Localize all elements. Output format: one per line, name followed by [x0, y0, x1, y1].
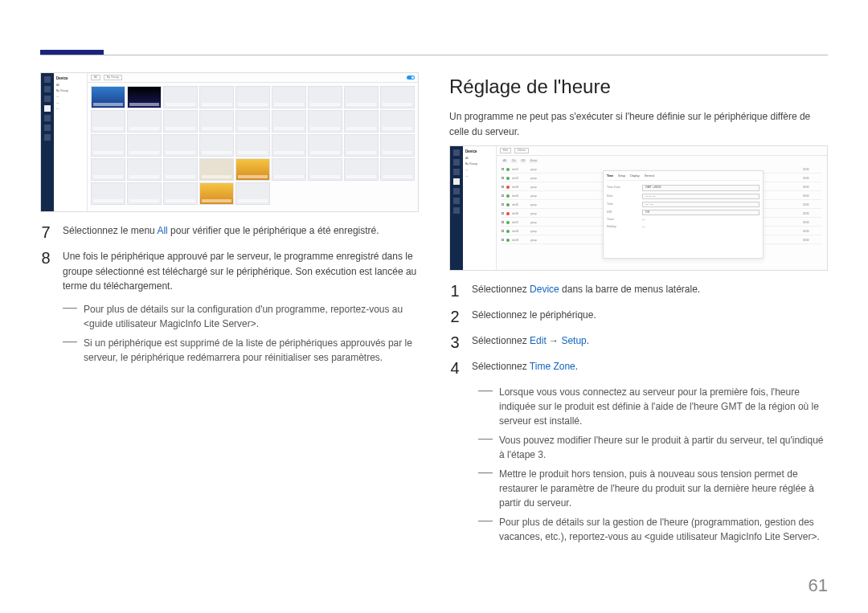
link-setup: Setup — [561, 335, 586, 346]
note-text: Pour plus de détails sur la configuratio… — [84, 302, 419, 331]
note: ― Pour plus de détails sur la gestion de… — [478, 515, 828, 544]
step-number: 7 — [40, 223, 51, 241]
note-text: Vous pouvez modifier l'heure sur le prod… — [499, 433, 828, 462]
mi-toolbar: EditDelete — [497, 146, 827, 156]
note: ― Vous pouvez modifier l'heure sur le pr… — [478, 433, 828, 462]
step-1: 1 Sélectionnez Device dans la barre de m… — [449, 282, 828, 300]
note-text: Lorsque vous vous connectez au serveur p… — [499, 385, 828, 428]
dash-icon: ― — [63, 302, 77, 331]
step-body: Sélectionnez le périphérique. — [472, 308, 828, 325]
step-body: Sélectionnez le menu All pour vérifier q… — [63, 223, 419, 241]
step-body: Sélectionnez Time Zone. — [472, 359, 828, 377]
link-edit: Edit — [530, 335, 547, 346]
right-notes: ― Lorsque vous vous connectez au serveur… — [478, 385, 828, 544]
dash-icon: ― — [478, 515, 493, 544]
dash-icon: ― — [478, 433, 493, 462]
mi-device-grid — [88, 83, 418, 211]
note: ― Lorsque vous vous connectez au serveur… — [478, 385, 828, 428]
step-number: 1 — [449, 282, 461, 300]
mi-toolbar: All By Group — [88, 73, 418, 83]
mi-tab-bygroup: By Group — [104, 75, 122, 80]
link-all: All — [157, 225, 167, 236]
mi-nav: Device AllBy Group—— — [463, 146, 497, 270]
link-device: Device — [530, 284, 559, 295]
section-title: Réglage de l'heure — [449, 72, 828, 101]
screenshot-device-setup: Device AllBy Group—— EditDelete AllOnOff… — [449, 145, 828, 271]
step-3: 3 Sélectionnez Edit → Setup. — [449, 333, 828, 351]
right-steps: 1 Sélectionnez Device dans la barre de m… — [449, 282, 828, 377]
panel-tab-setup: Setup — [618, 174, 625, 178]
note-text: Mettre le produit hors tension, puis à n… — [499, 467, 828, 510]
dash-icon: ― — [478, 467, 493, 510]
note-text: Si un périphérique est supprimé de la li… — [84, 336, 419, 365]
mi-filters: AllOnOffError — [502, 159, 822, 163]
mi-nav-title: Device — [56, 76, 84, 82]
mi-tab-all: All — [91, 75, 100, 80]
mi-nav: Device AllBy Group——— — [54, 73, 88, 211]
mi-setup-panel: Time Setup DisplayGeneral Time ZoneGMT +… — [603, 170, 764, 259]
step-number: 2 — [449, 308, 461, 325]
step-body: Sélectionnez Device dans la barre de men… — [472, 282, 828, 300]
step-number: 8 — [40, 249, 51, 294]
step-body: Une fois le périphérique approuvé par le… — [63, 249, 419, 294]
right-column: Réglage de l'heure Un programme ne peut … — [449, 72, 828, 549]
step-number: 3 — [449, 333, 461, 351]
toggle-icon — [407, 76, 415, 80]
note: ― Si un périphérique est supprimé de la … — [63, 336, 419, 365]
screenshot-device-grid: Device AllBy Group——— All By Group — [40, 72, 419, 212]
step-2: 2 Sélectionnez le périphérique. — [449, 308, 828, 325]
left-steps: 7 Sélectionnez le menu All pour vérifier… — [40, 223, 419, 294]
step-8: 8 Une fois le périphérique approuvé par … — [40, 249, 419, 294]
panel-label-timezone: Time Zone — [607, 186, 639, 190]
note: ― Pour plus de détails sur la configurat… — [63, 302, 419, 331]
step-number: 4 — [449, 359, 461, 377]
page-number: 61 — [809, 572, 828, 599]
dash-icon: ― — [63, 336, 77, 365]
link-timezone: Time Zone — [530, 361, 575, 372]
dash-icon: ― — [478, 385, 493, 428]
note: ― Mettre le produit hors tension, puis à… — [478, 467, 828, 510]
step-body: Sélectionnez Edit → Setup. — [472, 333, 828, 351]
panel-tab-time: Time — [607, 174, 613, 178]
step-7: 7 Sélectionnez le menu All pour vérifier… — [40, 223, 419, 241]
mi-nav-title: Device — [465, 149, 493, 155]
mi-sidebar-icons — [450, 146, 463, 270]
header-rule — [40, 55, 828, 55]
step-4: 4 Sélectionnez Time Zone. — [449, 359, 828, 377]
note-text: Pour plus de détails sur la gestion de l… — [499, 515, 828, 544]
section-intro: Un programme ne peut pas s'exécuter si l… — [449, 109, 828, 139]
left-column: Device AllBy Group——— All By Group — [40, 72, 419, 549]
left-notes: ― Pour plus de détails sur la configurat… — [63, 302, 419, 365]
mi-sidebar-icons — [41, 73, 54, 211]
